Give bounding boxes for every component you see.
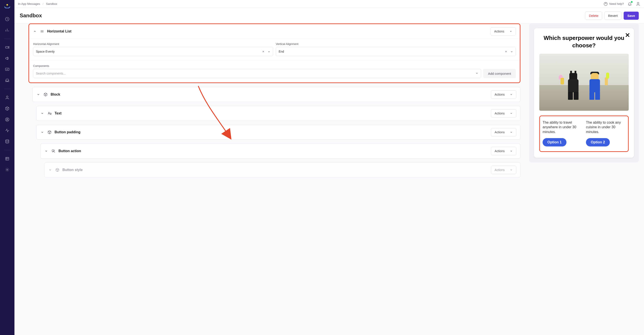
- component-name: Button action: [58, 149, 331, 153]
- valign-value: End: [279, 50, 331, 53]
- nav-inapp-icon[interactable]: [5, 67, 10, 72]
- collapse-toggle[interactable]: [48, 168, 52, 172]
- sidebar-sep: [4, 150, 10, 150]
- sidebar-sep: [4, 89, 10, 89]
- nav-analytics-icon[interactable]: [5, 28, 10, 33]
- component-name: Button style: [62, 168, 331, 172]
- page-header: Sandbox Delete Revert Save: [14, 8, 331, 24]
- breadcrumb-parent[interactable]: In-App Messages: [18, 2, 40, 6]
- nav-data-icon[interactable]: [5, 139, 10, 144]
- collapse-toggle[interactable]: [40, 112, 44, 115]
- action-icon: [51, 149, 56, 153]
- breadcrumb-sep: /: [43, 2, 44, 6]
- nav-settings-icon[interactable]: [5, 167, 10, 172]
- block-icon: [43, 92, 48, 97]
- svg-point-0: [6, 4, 8, 6]
- components-label: Components: [33, 64, 331, 68]
- collapse-toggle[interactable]: [40, 130, 44, 134]
- component-card-button-action: Button action Actions: [40, 144, 331, 159]
- collapse-toggle[interactable]: [33, 30, 36, 33]
- section-divider: [29, 60, 331, 60]
- component-card-button-style: Button style Actions: [44, 162, 331, 172]
- svg-point-4: [6, 96, 8, 98]
- svg-point-7: [6, 140, 9, 141]
- breadcrumb: In-App Messages / Sandbox: [18, 2, 57, 6]
- nav-objects-icon[interactable]: [5, 106, 10, 111]
- component-card-text: Text Actions: [36, 106, 331, 121]
- clear-icon[interactable]: [262, 50, 265, 53]
- halign-label: Horizontal Alignment: [33, 42, 273, 46]
- top-bar: In-App Messages / Sandbox Need help?: [14, 0, 331, 8]
- collapse-toggle[interactable]: [44, 149, 48, 153]
- component-name: Horizontal List: [47, 29, 331, 33]
- nav-campaigns-icon[interactable]: [5, 45, 10, 50]
- app-logo: [4, 4, 10, 8]
- nav-inbox-icon[interactable]: [5, 78, 10, 83]
- nav-broadcast-icon[interactable]: [5, 56, 10, 61]
- breadcrumb-current: Sandbox: [46, 2, 57, 6]
- nav-dashboard-icon[interactable]: [5, 17, 10, 22]
- svg-rect-3: [6, 68, 9, 71]
- component-name: Text: [54, 111, 331, 115]
- svg-point-5: [6, 118, 9, 121]
- svg-rect-8: [6, 157, 9, 160]
- page-title: Sandbox: [20, 13, 42, 19]
- component-card-block: Block Actions: [32, 87, 331, 102]
- nav-segments-icon[interactable]: [5, 117, 10, 122]
- sidebar-sep: [4, 39, 10, 39]
- nav-activity-icon[interactable]: [5, 128, 10, 133]
- valign-label: Vertical Alignment: [276, 42, 331, 46]
- components-search-input[interactable]: [36, 72, 331, 75]
- halign-value: Space Evenly: [36, 50, 262, 53]
- component-name: Block: [50, 93, 331, 97]
- style-icon: [55, 168, 60, 172]
- halign-select[interactable]: Space Evenly: [33, 47, 273, 56]
- block-icon: [47, 130, 52, 135]
- app-sidebar: [0, 0, 14, 172]
- chevron-down-icon: [268, 50, 270, 53]
- collapse-toggle[interactable]: [36, 93, 40, 96]
- horizontal-list-icon: [40, 29, 44, 34]
- svg-point-9: [6, 169, 8, 170]
- nav-tables-icon[interactable]: [5, 156, 10, 161]
- text-icon: [47, 111, 52, 116]
- component-name: Button padding: [54, 130, 331, 134]
- nav-users-icon[interactable]: [5, 95, 10, 100]
- svg-point-6: [6, 118, 8, 120]
- valign-select[interactable]: End: [276, 47, 331, 56]
- svg-rect-2: [6, 47, 8, 48]
- component-card-horizontal-list: Horizontal List Actions Horizontal Align…: [28, 24, 331, 83]
- component-card-button-padding: Button padding Actions: [36, 125, 331, 140]
